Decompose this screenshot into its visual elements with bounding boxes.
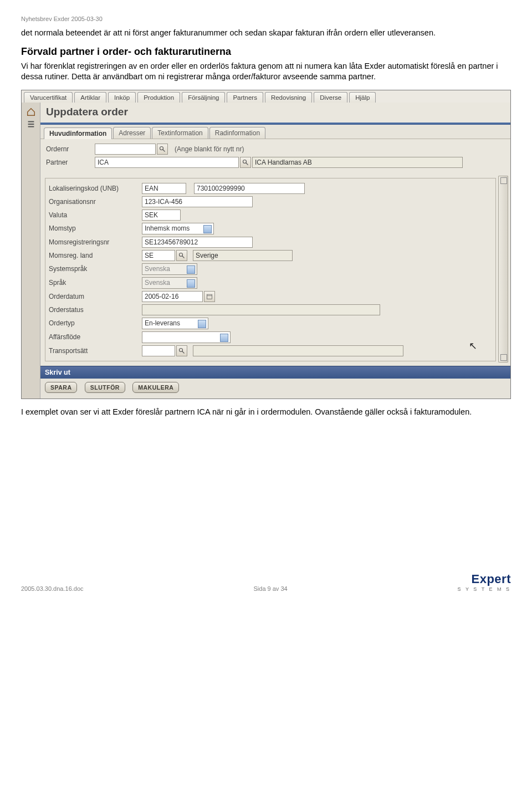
affar-label: Affärsflöde [48, 333, 142, 341]
sprak-select: Svenska [142, 277, 197, 289]
momsreg-input[interactable] [142, 237, 253, 248]
svg-line-9 [182, 351, 185, 353]
action-buttons-bar: SPARA SLUTFÖR MAKULERA [40, 379, 510, 399]
transport-label: Transportsätt [48, 347, 142, 355]
momstyp-select[interactable]: Inhemsk moms [142, 223, 214, 234]
partner-name-display [252, 157, 463, 168]
unb-label: Lokaliseringskod (UNB) [48, 185, 142, 192]
org-input[interactable] [142, 196, 253, 207]
lookup-icon[interactable] [240, 157, 251, 168]
ordernr-hint: (Ange blankt för nytt nr) [175, 145, 244, 153]
menu-artiklar[interactable]: Artiklar [74, 92, 106, 103]
top-menubar: Varucertifikat Artiklar Inköp Produktion… [22, 90, 510, 103]
orderdatum-input[interactable] [142, 291, 203, 302]
orderstatus-display [142, 304, 380, 315]
menu-varucertifikat[interactable]: Varucertifikat [24, 92, 73, 103]
paragraph-2: Vi har förenklat registreringen av en or… [21, 61, 511, 82]
app-screenshot: Varucertifikat Artiklar Inköp Produktion… [21, 90, 511, 399]
logo-tagline: S Y S T E M S [458, 586, 511, 592]
ordernr-input[interactable] [95, 144, 156, 155]
calendar-icon[interactable] [204, 291, 215, 302]
org-label: Organisationsnr [48, 198, 142, 206]
ordertyp-select[interactable]: En-leverans [142, 318, 208, 329]
sprak-label: Språk [48, 279, 142, 287]
momsland-name [193, 250, 293, 261]
svg-line-1 [163, 149, 165, 151]
valuta-input[interactable] [142, 210, 181, 221]
partner-input[interactable] [95, 157, 239, 168]
footer-logo: Expert S Y S T E M S [458, 572, 511, 592]
lookup-icon[interactable] [176, 345, 187, 356]
valuta-label: Valuta [48, 211, 142, 219]
menu-hjalp[interactable]: Hjälp [349, 92, 376, 103]
lookup-icon[interactable] [176, 250, 187, 261]
cancel-button[interactable]: MAKULERA [132, 382, 179, 393]
unb-value-input[interactable] [194, 183, 305, 194]
save-button[interactable]: SPARA [45, 382, 77, 393]
logo-brand: Expert [458, 572, 511, 586]
svg-point-0 [160, 146, 163, 150]
orderstatus-label: Orderstatus [48, 306, 142, 314]
partner-label: Partner [45, 159, 95, 166]
transport-name [193, 345, 403, 356]
sub-tabs: Huvudinformation Adresser Textinformatio… [40, 125, 510, 139]
ordernr-label: Ordernr [45, 145, 95, 153]
footer-filename: 2005.03.30.dna.16.doc [21, 585, 84, 592]
menu-diverse[interactable]: Diverse [314, 92, 347, 103]
vertical-scrollbar[interactable] [498, 176, 508, 362]
page-title: Uppdatera order [40, 103, 510, 122]
tab-radinformation[interactable]: Radinformation [209, 127, 265, 139]
svg-point-2 [243, 160, 247, 163]
list-icon[interactable] [26, 119, 36, 128]
paragraph-3: I exemplet ovan ser vi att Exder föreslå… [21, 407, 511, 417]
transport-input[interactable] [142, 345, 175, 356]
affar-select[interactable] [142, 331, 231, 343]
menu-inkop[interactable]: Inköp [108, 92, 136, 103]
menu-redovisning[interactable]: Redovisning [265, 92, 312, 103]
momstyp-label: Momstyp [48, 224, 142, 232]
heading-2: Förvald partner i order- och fakturaruti… [21, 46, 511, 58]
svg-line-3 [246, 162, 248, 165]
page-header-note: Nyhetsbrev Exder 2005-03-30 [21, 16, 511, 22]
finish-button[interactable]: SLUTFÖR [85, 382, 125, 393]
left-rail [22, 103, 40, 399]
home-icon[interactable] [26, 107, 36, 116]
print-section-header[interactable]: Skriv ut [40, 366, 510, 379]
svg-rect-6 [207, 294, 212, 299]
svg-point-8 [180, 348, 183, 351]
tab-adresser[interactable]: Adresser [113, 127, 151, 139]
momsreg-label: Momsregistreringsnr [48, 238, 142, 246]
svg-line-5 [182, 256, 185, 258]
unb-code-input[interactable] [142, 183, 186, 194]
syssprak-label: Systemspråk [48, 265, 142, 273]
syssprak-select: Svenska [142, 263, 197, 275]
tab-huvudinformation[interactable]: Huvudinformation [44, 127, 112, 139]
lookup-icon[interactable] [157, 144, 168, 155]
ordertyp-label: Ordertyp [48, 319, 142, 327]
orderdatum-label: Orderdatum [48, 293, 142, 300]
footer-page-num: Sida 9 av 34 [254, 585, 288, 592]
menu-forsaljning[interactable]: Försäljning [182, 92, 225, 103]
menu-partners[interactable]: Partners [227, 92, 263, 103]
menu-produktion[interactable]: Produktion [137, 92, 180, 103]
momsland-code-input[interactable] [142, 250, 175, 261]
momsland-label: Momsreg. land [48, 252, 142, 259]
tab-textinformation[interactable]: Textinformation [152, 127, 208, 139]
paragraph-1: det normala beteendet är att ni först an… [21, 28, 511, 38]
svg-point-4 [180, 253, 183, 256]
